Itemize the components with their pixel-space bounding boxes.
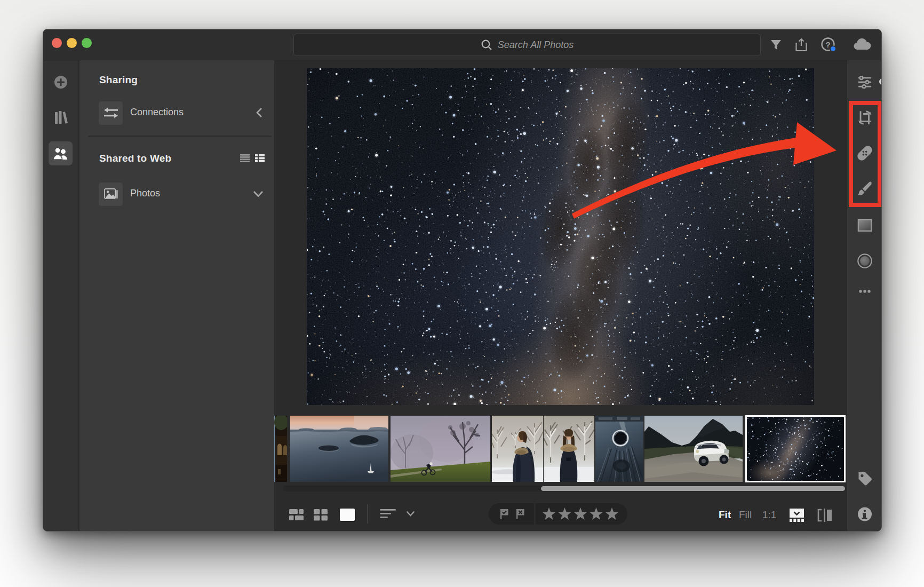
svg-text:?: ? (825, 40, 830, 49)
